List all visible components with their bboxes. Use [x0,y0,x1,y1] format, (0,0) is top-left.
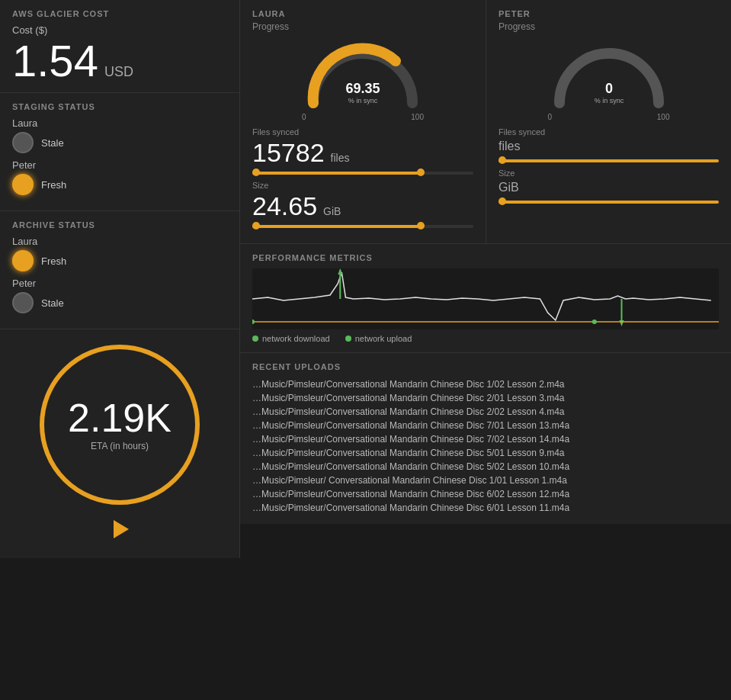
svg-text:% in sync: % in sync [594,97,624,104]
legend-upload-dot [345,336,351,342]
staging-peter-item: Fresh [12,174,227,195]
peter-size-slider[interactable] [499,201,719,204]
archive-peter-label: Peter [12,278,227,289]
archive-status-panel: ARCHIVE STATUS Laura Fresh Peter Stale [0,211,239,329]
performance-chart [252,268,719,329]
staging-laura-dot [12,132,34,153]
peter-gauge-labels: 0 100 [548,113,670,121]
svg-text:0: 0 [604,81,612,96]
aws-cost-title: AWS GLACIER COST [12,9,227,18]
svg-text:% in sync: % in sync [348,97,378,104]
laura-files-fill [252,172,418,175]
performance-panel: PERFORMANCE METRICS network do [240,244,731,353]
upload-item: …Music/Pimsleur/Conversational Mandarin … [252,460,719,474]
archive-title: ARCHIVE STATUS [12,220,227,230]
peter-size-fill [499,201,719,204]
laura-gauge-min: 0 [302,113,306,121]
laura-files-unit: files [331,152,350,164]
legend-download: network download [252,334,330,343]
archive-peter-item: Stale [12,292,227,313]
play-icon [114,520,129,538]
staging-laura-status: Stale [41,137,64,149]
staging-laura-label: Laura [12,117,227,129]
laura-size-thumb-end [417,222,425,230]
staging-peter-status: Fresh [41,179,66,191]
cost-unit: USD [104,65,133,79]
staging-peter-dot [12,174,34,195]
peter-size-label: Size [499,169,719,178]
peter-gauge-min: 0 [548,113,553,121]
uploads-title: RECENT UPLOADS [252,362,719,371]
laura-progress-label: Progress [252,21,473,32]
cost-number: 1.54 [12,39,98,83]
svg-marker-7 [619,320,624,326]
peter-size-section: Size GiB [499,169,719,204]
svg-marker-5 [338,268,342,275]
peter-panel: PETER Progress 0 % in sync 0 100 Files s… [486,0,731,243]
upload-item: …Music/Pimsleur/Conversational Mandarin … [252,432,719,446]
laura-size-fill [252,225,418,228]
laura-size-unit: GiB [323,205,341,217]
laura-size-section: Size 24.65 GiB [252,181,473,228]
cost-value-row: 1.54 USD [12,39,227,83]
peter-gauge-max: 100 [657,113,670,121]
upload-item: …Music/Pimsleur/Conversational Mandarin … [252,405,719,419]
laura-size-label: Size [252,181,473,190]
upload-item: …Music/Pimsleur/Conversational Mandarin … [252,501,719,515]
upload-item: …Music/Pimsleur/Conversational Mandarin … [252,377,719,391]
peter-files-section: Files synced files [499,127,719,162]
archive-peter-dot [12,292,34,313]
archive-laura-status: Fresh [41,255,66,267]
laura-size-slider[interactable] [252,225,473,228]
svg-text:69.35: 69.35 [345,81,380,96]
archive-laura-label: Laura [12,236,227,247]
laura-gauge-labels: 0 100 [302,113,424,121]
peter-files-thumb-start [499,156,506,164]
laura-title: LAURA [252,9,473,18]
archive-laura-item: Fresh [12,250,227,271]
upload-item: …Music/Pimsleur/Conversational Mandarin … [252,391,719,405]
laura-files-slider[interactable] [252,172,473,175]
laura-files-thumb-start [252,169,260,176]
upload-item: …Music/Pimsleur/Conversational Mandarin … [252,487,719,501]
recent-uploads-panel: RECENT UPLOADS …Music/Pimsleur/Conversat… [240,353,731,524]
eta-panel: 2.19K ETA (in hours) [0,329,239,558]
cost-label: Cost ($) [12,24,227,36]
upload-item: …Music/Pimsleur/ Conversational Mandarin… [252,474,719,487]
eta-circle: 2.19K ETA (in hours) [40,345,200,505]
uploads-list: …Music/Pimsleur/Conversational Mandarin … [252,377,719,515]
upload-item: …Music/Pimsleur/Conversational Mandarin … [252,419,719,432]
laura-panel: LAURA Progress 69.35 % in sync 0 100 [240,0,486,243]
laura-files-thumb-end [417,169,425,176]
upload-item: …Music/Pimsleur/Conversational Mandarin … [252,446,719,460]
laura-files-value: 15782 [252,140,325,165]
legend-upload: network upload [345,334,412,343]
chart-legend: network download network upload [252,334,719,343]
laura-size-value: 24.65 [252,193,317,219]
performance-chart-svg [252,268,719,329]
peter-files-unit: files [499,140,520,153]
svg-point-9 [252,319,255,324]
archive-peter-status: Stale [41,297,64,309]
staging-peter-label: Peter [12,159,227,171]
laura-size-thumb-start [252,222,260,230]
play-button[interactable] [106,515,133,543]
performance-title: PERFORMANCE METRICS [252,253,719,262]
peter-files-fill [499,159,719,162]
peter-files-label: Files synced [499,127,719,136]
svg-point-10 [592,319,597,324]
aws-cost-panel: AWS GLACIER COST Cost ($) 1.54 USD [0,0,239,93]
laura-files-label: Files synced [252,127,473,136]
peter-gauge: 0 % in sync [548,38,670,111]
peter-files-slider[interactable] [499,159,719,162]
peter-size-unit: GiB [499,181,519,194]
peter-size-thumb-start [499,197,506,205]
staging-title: STAGING STATUS [12,102,227,111]
archive-laura-dot [12,250,34,271]
peter-title: PETER [499,9,719,18]
eta-label: ETA (in hours) [91,441,149,451]
legend-upload-label: network upload [355,334,412,343]
staging-laura-item: Stale [12,132,227,153]
legend-download-label: network download [262,334,330,343]
eta-value: 2.19K [68,398,172,438]
